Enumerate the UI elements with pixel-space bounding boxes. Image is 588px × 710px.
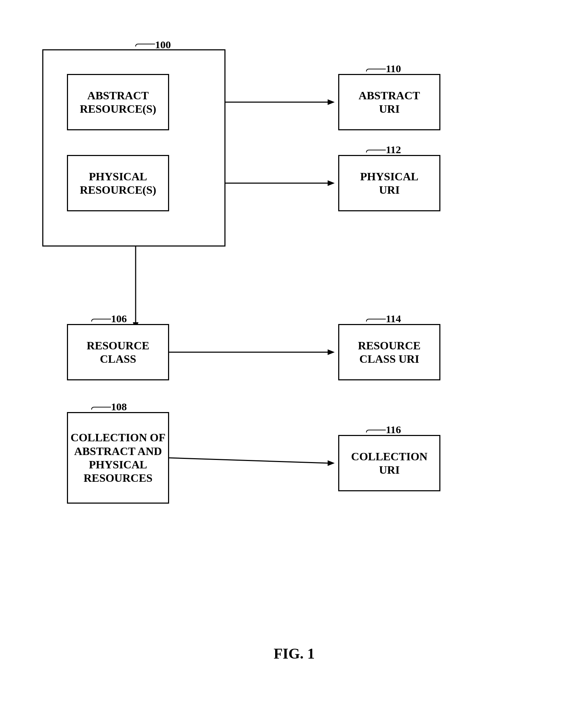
physical-uri-label: PHYSICALURI [360,170,418,197]
resource-class-box: RESOURCECLASS [67,324,169,380]
physical-resources-label: PHYSICALRESOURCE(S) [80,170,156,197]
physical-uri-box: PHYSICALURI [338,155,440,211]
collection-uri-box: COLLECTIONURI [338,435,440,491]
ref-106: 106 [111,313,127,325]
ref-116: 116 [386,424,401,436]
diagram-container: 100 102 104 106 108 110 112 114 116 SYST… [21,21,567,683]
abstract-resources-box: ABSTRACTRESOURCE(S) [67,74,169,130]
ref-100: 100 [155,39,171,51]
resource-class-label: RESOURCECLASS [87,339,149,366]
svg-line-8 [169,458,328,463]
ref-114: 114 [386,313,401,325]
abstract-uri-label: ABSTRACTURI [359,89,420,116]
ref-108: 108 [111,401,127,413]
collection-uri-label: COLLECTIONURI [351,450,428,477]
collection-box: COLLECTION OFABSTRACT ANDPHYSICALRESOURC… [67,412,169,504]
figure-label: FIG. 1 [274,645,315,662]
abstract-resources-label: ABSTRACTRESOURCE(S) [80,89,156,116]
resource-class-uri-box: RESOURCECLASS URI [338,324,440,380]
abstract-uri-box: ABSTRACTURI [338,74,440,130]
svg-marker-7 [328,349,335,355]
resource-class-uri-label: RESOURCECLASS URI [358,339,421,366]
svg-marker-9 [328,460,335,466]
physical-resources-box: PHYSICALRESOURCE(S) [67,155,169,211]
svg-marker-3 [328,180,335,186]
ref-112: 112 [386,144,401,156]
collection-label: COLLECTION OFABSTRACT ANDPHYSICALRESOURC… [70,431,165,485]
ref-110: 110 [386,63,401,75]
svg-marker-1 [328,99,335,105]
